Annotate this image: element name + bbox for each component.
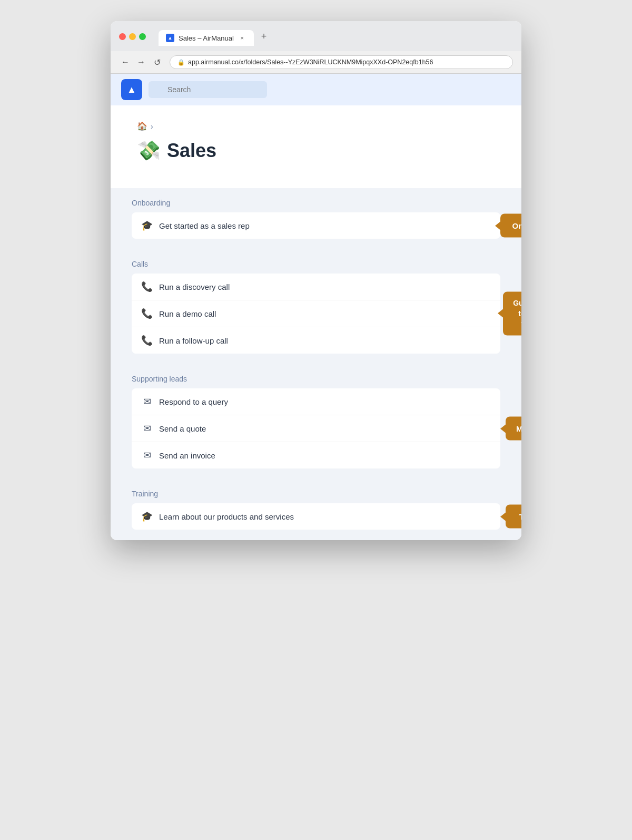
section-training: Training 🎓 Learn about our products and … [111, 479, 521, 540]
home-icon[interactable]: 🏠 [137, 121, 147, 131]
new-tab-button[interactable]: + [255, 27, 273, 46]
tooltip-calls: Guidance on how to do common tasks (SOPs… [503, 292, 521, 336]
supporting-items-list: ✉ Respond to a query ✉ Send a quote ✉ Se… [132, 388, 500, 468]
section-label-onboarding: Onboarding [132, 199, 500, 207]
section-label-calls: Calls [132, 260, 500, 268]
maximize-button[interactable] [139, 33, 146, 40]
tooltip-text: Guidance on how to do common tasks (SOPs… [513, 299, 521, 328]
browser-tab[interactable]: ▲ Sales – AirManual × [159, 30, 254, 46]
item-text: Send an invoice [159, 451, 215, 460]
sections-area: Onboarding 🎓 Get started as a sales rep … [111, 188, 521, 540]
url-text: app.airmanual.co/x/folders/Sales--YzEzW3… [188, 58, 433, 66]
list-item[interactable]: 📞 Run a demo call [132, 300, 500, 327]
item-text: Run a demo call [159, 309, 216, 318]
close-button[interactable] [119, 33, 126, 40]
item-text: Respond to a query [159, 397, 228, 406]
tooltip-training: Training [506, 505, 521, 529]
tooltip-supporting: More SOPs [506, 417, 521, 441]
tooltip-text: Onboarding [512, 221, 522, 230]
item-text: Send a quote [159, 424, 206, 433]
list-item[interactable]: ✉ Send an invoice [132, 442, 500, 468]
onboarding-items-wrapper: 🎓 Get started as a sales rep Onboarding [132, 212, 500, 239]
list-item[interactable]: ✉ Send a quote [132, 415, 500, 442]
address-input[interactable]: 🔒 app.airmanual.co/x/folders/Sales--YzEz… [170, 55, 513, 69]
section-onboarding: Onboarding 🎓 Get started as a sales rep … [111, 188, 521, 249]
tab-favicon: ▲ [166, 34, 174, 42]
tooltip-text: More SOPs [516, 424, 521, 433]
list-item[interactable]: 📞 Run a discovery call [132, 274, 500, 300]
list-item[interactable]: ✉ Respond to a query [132, 388, 500, 415]
nav-buttons: ← → ↺ [119, 56, 163, 69]
calls-items-wrapper: 📞 Run a discovery call 📞 Run a demo call… [132, 274, 500, 354]
graduation-icon: 🎓 [141, 511, 153, 522]
search-wrapper: 🔍 [149, 81, 511, 98]
tooltip-onboarding: Onboarding [500, 214, 521, 238]
refresh-button[interactable]: ↺ [151, 56, 163, 69]
list-item[interactable]: 🎓 Get started as a sales rep [132, 212, 500, 239]
title-bar: ▲ Sales – AirManual × + [111, 21, 521, 51]
training-items-list: 🎓 Learn about our products and services [132, 503, 500, 530]
envelope-icon: ✉ [141, 450, 153, 461]
title-bar-top: ▲ Sales – AirManual × + [119, 27, 513, 46]
item-text: Get started as a sales rep [159, 221, 250, 230]
tab-close-button[interactable]: × [238, 34, 246, 42]
page-content: 🏠 › 💸 Sales [111, 105, 521, 188]
envelope-icon: ✉ [141, 396, 153, 407]
page-emoji: 💸 [137, 140, 161, 162]
minimize-button[interactable] [129, 33, 136, 40]
tab-title: Sales – AirManual [179, 34, 234, 42]
graduation-icon: 🎓 [141, 220, 153, 231]
training-items-wrapper: 🎓 Learn about our products and services … [132, 503, 500, 530]
traffic-lights [119, 33, 146, 40]
breadcrumb: 🏠 › [137, 121, 495, 131]
item-text: Learn about our products and services [159, 512, 294, 521]
supporting-items-wrapper: ✉ Respond to a query ✉ Send a quote ✉ Se… [132, 388, 500, 468]
section-supporting-leads: Supporting leads ✉ Respond to a query ✉ … [111, 364, 521, 479]
back-button[interactable]: ← [119, 56, 132, 69]
app-logo: ▲ [121, 79, 142, 100]
envelope-icon: ✉ [141, 423, 153, 434]
search-input[interactable] [149, 81, 267, 98]
tabs-row: ▲ Sales – AirManual × + [159, 27, 273, 46]
breadcrumb-separator: › [151, 122, 153, 131]
item-text: Run a follow-up call [159, 336, 228, 345]
address-bar: ← → ↺ 🔒 app.airmanual.co/x/folders/Sales… [111, 51, 521, 74]
app-header: ▲ 🔍 [111, 74, 521, 105]
browser-window: ▲ Sales – AirManual × + ← → ↺ 🔒 app.airm… [111, 21, 521, 540]
section-label-supporting: Supporting leads [132, 375, 500, 383]
onboarding-items-list: 🎓 Get started as a sales rep [132, 212, 500, 239]
phone-icon: 📞 [141, 335, 153, 346]
phone-icon: 📞 [141, 308, 153, 319]
phone-icon: 📞 [141, 281, 153, 292]
forward-button[interactable]: → [135, 56, 147, 69]
calls-items-list: 📞 Run a discovery call 📞 Run a demo call… [132, 274, 500, 354]
lock-icon: 🔒 [177, 59, 185, 66]
item-text: Run a discovery call [159, 282, 230, 291]
list-item[interactable]: 🎓 Learn about our products and services [132, 503, 500, 530]
page-title: Sales [167, 140, 216, 162]
section-label-training: Training [132, 490, 500, 498]
page-title-row: 💸 Sales [137, 140, 495, 162]
section-calls: Calls 📞 Run a discovery call 📞 Run a dem… [111, 249, 521, 364]
tooltip-text: Training [519, 512, 521, 521]
list-item[interactable]: 📞 Run a follow-up call [132, 327, 500, 354]
